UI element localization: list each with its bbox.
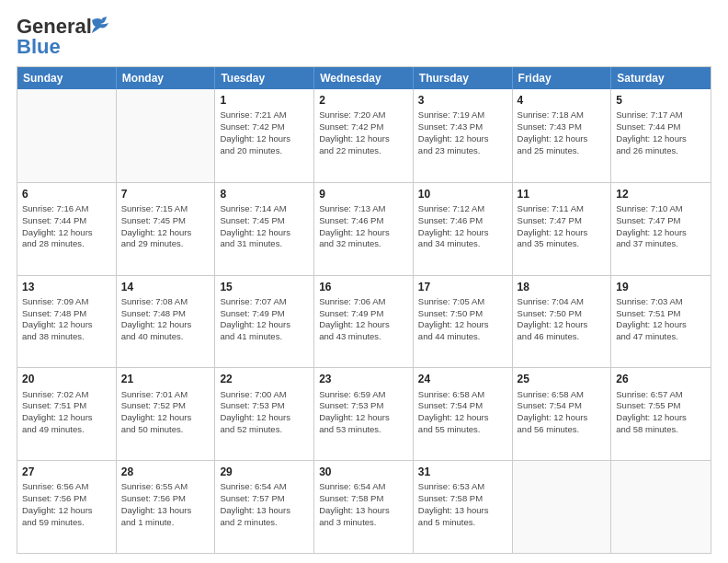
calendar-cell-day-22: 22Sunrise: 7:00 AM Sunset: 7:53 PM Dayli… (215, 368, 314, 460)
day-number: 30 (319, 465, 408, 479)
calendar-cell-day-16: 16Sunrise: 7:06 AM Sunset: 7:49 PM Dayli… (314, 276, 414, 368)
day-number: 17 (418, 280, 507, 294)
day-number: 29 (220, 465, 309, 479)
day-number: 21 (121, 372, 210, 386)
day-number: 7 (121, 187, 210, 201)
logo-bird-icon (88, 17, 112, 35)
day-number: 31 (418, 465, 507, 479)
day-number: 15 (220, 280, 309, 294)
day-number: 1 (220, 93, 309, 108)
cell-daylight-info: Sunrise: 7:09 AM Sunset: 7:48 PM Dayligh… (22, 296, 111, 343)
cell-daylight-info: Sunrise: 7:15 AM Sunset: 7:45 PM Dayligh… (121, 203, 210, 250)
day-number: 12 (616, 187, 706, 201)
weekday-header-sunday: Sunday (17, 67, 117, 89)
cell-daylight-info: Sunrise: 7:20 AM Sunset: 7:42 PM Dayligh… (319, 109, 408, 156)
calendar-cell-day-31: 31Sunrise: 6:53 AM Sunset: 7:58 PM Dayli… (414, 461, 513, 553)
calendar-cell-day-28: 28Sunrise: 6:55 AM Sunset: 7:56 PM Dayli… (117, 461, 216, 553)
weekday-header-friday: Friday (513, 67, 612, 89)
cell-daylight-info: Sunrise: 7:00 AM Sunset: 7:53 PM Dayligh… (220, 389, 309, 436)
cell-daylight-info: Sunrise: 7:18 AM Sunset: 7:43 PM Dayligh… (518, 109, 607, 156)
day-number: 27 (22, 465, 111, 479)
calendar-cell-day-10: 10Sunrise: 7:12 AM Sunset: 7:46 PM Dayli… (414, 183, 513, 275)
cell-daylight-info: Sunrise: 7:13 AM Sunset: 7:46 PM Dayligh… (319, 203, 408, 250)
calendar-cell-day-18: 18Sunrise: 7:04 AM Sunset: 7:50 PM Dayli… (513, 276, 612, 368)
cell-daylight-info: Sunrise: 6:56 AM Sunset: 7:56 PM Dayligh… (22, 481, 111, 528)
cell-daylight-info: Sunrise: 7:16 AM Sunset: 7:44 PM Dayligh… (22, 203, 111, 250)
cell-daylight-info: Sunrise: 7:14 AM Sunset: 7:45 PM Dayligh… (220, 203, 309, 250)
calendar-cell-day-4: 4Sunrise: 7:18 AM Sunset: 7:43 PM Daylig… (513, 89, 612, 182)
cell-daylight-info: Sunrise: 6:53 AM Sunset: 7:58 PM Dayligh… (418, 481, 507, 528)
cell-daylight-info: Sunrise: 7:01 AM Sunset: 7:52 PM Dayligh… (121, 389, 210, 436)
calendar-cell-empty (611, 461, 711, 553)
calendar-cell-day-13: 13Sunrise: 7:09 AM Sunset: 7:48 PM Dayli… (17, 276, 117, 368)
calendar-cell-empty (513, 461, 612, 553)
cell-daylight-info: Sunrise: 7:10 AM Sunset: 7:47 PM Dayligh… (616, 203, 706, 250)
calendar-cell-day-1: 1Sunrise: 7:21 AM Sunset: 7:42 PM Daylig… (215, 89, 314, 182)
cell-daylight-info: Sunrise: 7:11 AM Sunset: 7:47 PM Dayligh… (518, 203, 607, 250)
day-number: 2 (319, 93, 408, 108)
cell-daylight-info: Sunrise: 7:03 AM Sunset: 7:51 PM Dayligh… (616, 296, 706, 343)
day-number: 14 (121, 280, 210, 294)
cell-daylight-info: Sunrise: 7:17 AM Sunset: 7:44 PM Dayligh… (616, 109, 706, 156)
calendar-cell-day-20: 20Sunrise: 7:02 AM Sunset: 7:51 PM Dayli… (17, 368, 117, 460)
calendar-cell-day-7: 7Sunrise: 7:15 AM Sunset: 7:45 PM Daylig… (117, 183, 216, 275)
calendar-row: 6Sunrise: 7:16 AM Sunset: 7:44 PM Daylig… (17, 182, 711, 275)
day-number: 19 (616, 280, 706, 294)
day-number: 3 (418, 93, 507, 108)
cell-daylight-info: Sunrise: 7:19 AM Sunset: 7:43 PM Dayligh… (418, 109, 507, 156)
cell-daylight-info: Sunrise: 6:57 AM Sunset: 7:55 PM Dayligh… (616, 389, 706, 436)
cell-daylight-info: Sunrise: 6:55 AM Sunset: 7:56 PM Dayligh… (121, 481, 210, 528)
weekday-header-saturday: Saturday (611, 67, 711, 89)
calendar-cell-day-3: 3Sunrise: 7:19 AM Sunset: 7:43 PM Daylig… (414, 89, 513, 182)
calendar-row: 27Sunrise: 6:56 AM Sunset: 7:56 PM Dayli… (17, 460, 711, 553)
calendar-cell-day-30: 30Sunrise: 6:54 AM Sunset: 7:58 PM Dayli… (314, 461, 414, 553)
cell-daylight-info: Sunrise: 7:04 AM Sunset: 7:50 PM Dayligh… (518, 296, 607, 343)
day-number: 26 (616, 372, 706, 386)
calendar-cell-day-26: 26Sunrise: 6:57 AM Sunset: 7:55 PM Dayli… (611, 368, 711, 460)
calendar-header: SundayMondayTuesdayWednesdayThursdayFrid… (17, 67, 711, 89)
day-number: 24 (418, 372, 507, 386)
day-number: 10 (418, 187, 507, 201)
day-number: 28 (121, 465, 210, 479)
day-number: 18 (518, 280, 607, 294)
cell-daylight-info: Sunrise: 6:54 AM Sunset: 7:57 PM Dayligh… (220, 481, 309, 528)
day-number: 22 (220, 372, 309, 386)
day-number: 11 (518, 187, 607, 201)
calendar-cell-day-2: 2Sunrise: 7:20 AM Sunset: 7:42 PM Daylig… (314, 89, 414, 182)
day-number: 23 (319, 372, 408, 386)
weekday-header-tuesday: Tuesday (215, 67, 314, 89)
cell-daylight-info: Sunrise: 6:58 AM Sunset: 7:54 PM Dayligh… (418, 389, 507, 436)
cell-daylight-info: Sunrise: 7:08 AM Sunset: 7:48 PM Dayligh… (121, 296, 210, 343)
calendar-cell-day-27: 27Sunrise: 6:56 AM Sunset: 7:56 PM Dayli… (17, 461, 117, 553)
weekday-header-thursday: Thursday (414, 67, 513, 89)
day-number: 4 (518, 93, 607, 108)
cell-daylight-info: Sunrise: 6:54 AM Sunset: 7:58 PM Dayligh… (319, 481, 408, 528)
calendar-cell-day-21: 21Sunrise: 7:01 AM Sunset: 7:52 PM Dayli… (117, 368, 216, 460)
calendar-cell-day-11: 11Sunrise: 7:11 AM Sunset: 7:47 PM Dayli… (513, 183, 612, 275)
header: General Blue (17, 17, 711, 57)
cell-daylight-info: Sunrise: 7:12 AM Sunset: 7:46 PM Dayligh… (418, 203, 507, 250)
calendar-cell-day-29: 29Sunrise: 6:54 AM Sunset: 7:57 PM Dayli… (215, 461, 314, 553)
calendar-row: 20Sunrise: 7:02 AM Sunset: 7:51 PM Dayli… (17, 367, 711, 460)
calendar-cell-day-9: 9Sunrise: 7:13 AM Sunset: 7:46 PM Daylig… (314, 183, 414, 275)
logo-blue: Blue (17, 35, 61, 58)
cell-daylight-info: Sunrise: 7:21 AM Sunset: 7:42 PM Dayligh… (220, 109, 309, 156)
cell-daylight-info: Sunrise: 7:02 AM Sunset: 7:51 PM Dayligh… (22, 389, 111, 436)
cell-daylight-info: Sunrise: 6:58 AM Sunset: 7:54 PM Dayligh… (518, 389, 607, 436)
weekday-header-wednesday: Wednesday (314, 67, 414, 89)
calendar-cell-day-6: 6Sunrise: 7:16 AM Sunset: 7:44 PM Daylig… (17, 183, 117, 275)
day-number: 9 (319, 187, 408, 201)
logo: General Blue (17, 17, 112, 57)
cell-daylight-info: Sunrise: 6:59 AM Sunset: 7:53 PM Dayligh… (319, 389, 408, 436)
calendar-body: 1Sunrise: 7:21 AM Sunset: 7:42 PM Daylig… (17, 89, 711, 553)
calendar-cell-day-15: 15Sunrise: 7:07 AM Sunset: 7:49 PM Dayli… (215, 276, 314, 368)
calendar: SundayMondayTuesdayWednesdayThursdayFrid… (17, 66, 711, 554)
cell-daylight-info: Sunrise: 7:06 AM Sunset: 7:49 PM Dayligh… (319, 296, 408, 343)
calendar-cell-day-14: 14Sunrise: 7:08 AM Sunset: 7:48 PM Dayli… (117, 276, 216, 368)
calendar-cell-day-12: 12Sunrise: 7:10 AM Sunset: 7:47 PM Dayli… (611, 183, 711, 275)
calendar-cell-day-17: 17Sunrise: 7:05 AM Sunset: 7:50 PM Dayli… (414, 276, 513, 368)
page: General Blue SundayMondayTuesdayWednesda… (0, 0, 728, 563)
day-number: 16 (319, 280, 408, 294)
calendar-cell-empty (17, 89, 117, 182)
calendar-row: 1Sunrise: 7:21 AM Sunset: 7:42 PM Daylig… (17, 89, 711, 182)
